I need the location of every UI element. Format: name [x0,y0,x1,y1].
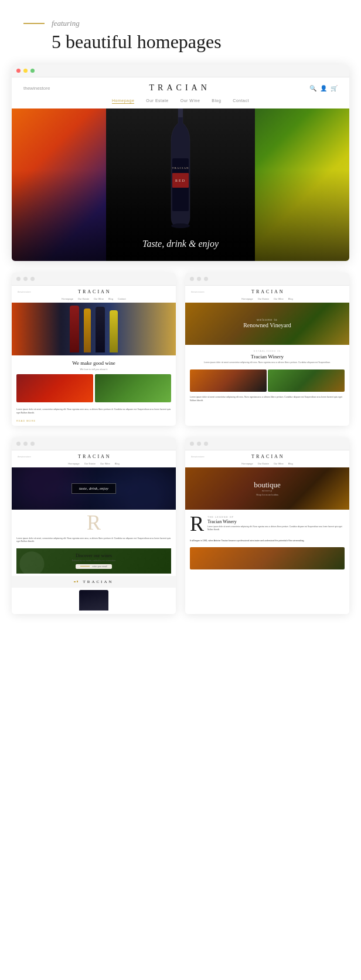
logo-2: TRACIAN [31,289,158,294]
nav2-estate[interactable]: Our Estate [78,297,89,300]
site-header-3: thewinestore TRACIAN [185,286,349,296]
m5-winery-label: the legend of [207,516,345,518]
m5-r-section: R the legend of Tracian Winery Lorem ips… [185,510,349,538]
tagline-3: thewinestore [191,290,205,293]
nav4-wine[interactable]: Our Wine [100,462,110,465]
mockups-grid-row2: thewinestore TRACIAN Homepage Our Estate… [12,438,349,614]
dot1 [16,277,21,281]
dot3 [30,277,35,281]
search-icon: 🔍 [309,85,316,91]
nav5-blog[interactable]: Blog [288,462,293,465]
featuring-label: featuring [52,19,80,28]
m3-hero-image: welcome to Renowned Vineyard [185,303,349,345]
m2-headline: We make good wine [12,355,176,368]
tagline-5: thewinestore [191,455,205,458]
m4-hero-overlay: taste, drink, enjoy [12,467,176,510]
dot1 [16,442,21,446]
hero-tagline: Taste, drink & enjoy [142,239,219,249]
logo-4: TRACIAN [31,454,158,459]
page-title: 5 beautiful homepages [52,30,338,53]
m2-text-block: Lorem ipsum dolor sit amet, consectetur … [12,406,176,417]
header-icons-1: 🔍 👤 🛒 [309,85,338,91]
mockup-3: thewinestore TRACIAN Homepage Our Estate… [185,273,349,425]
nav3-blog[interactable]: Blog [288,297,293,300]
svg-text:TRACIAN: TRACIAN [172,167,189,169]
nav-bar-3: Homepage Our Estate Our Wine Blog [185,296,349,303]
m2-wine-glass [16,374,93,402]
nav2-blog[interactable]: Blog [108,297,113,300]
m4-discover-sub: Defined by our estate, crafted by our wi… [21,559,166,562]
browser-bar-2 [12,273,176,286]
m5-winery-info: the legend of Tracian Winery Lorem ipsum… [207,513,345,531]
nav5-homepage[interactable]: Homepage [241,462,253,465]
nav-bar-5: Homepage Our Estate Our Wine Blog [185,461,349,467]
dot3 [204,442,208,446]
nav2-homepage[interactable]: Homepage [62,297,73,300]
m2-vineyard [95,374,172,402]
nav3-wine[interactable]: Our Wine [274,297,284,300]
nav-homepage[interactable]: Homepage [112,99,134,104]
cart-icon: 🛒 [331,85,338,91]
mockup-1: thewinestore TRACIAN 🔍 👤 🛒 Homepage Our … [12,65,349,261]
m5-boutique-title: boutique [254,480,281,490]
nav5-wine[interactable]: Our Wine [274,462,284,465]
m4-hero-image: taste, drink, enjoy [12,467,176,510]
site-logo-1: TRACIAN [50,83,309,93]
svg-point-5 [171,223,190,228]
logo-5: TRACIAN [205,454,332,459]
tagline-4: thewinestore [18,455,31,458]
site-header-5: thewinestore TRACIAN [185,450,349,461]
m3-hero-title: Renowned Vineyard [243,321,291,330]
dot3 [30,442,35,446]
m3-winery-label: established in [191,350,343,352]
m4-r-section: R [12,510,176,535]
nav4-homepage[interactable]: Homepage [68,462,80,465]
nav4-estate[interactable]: Our Estate [84,462,96,465]
m2-subline: We love to tell you about it [12,368,176,374]
m2-body-text: Lorem ipsum dolor sit amet, consectetur … [16,408,171,415]
mockups-container: thewinestore TRACIAN 🔍 👤 🛒 Homepage Our … [0,65,361,631]
m5-vineyard-image [190,547,345,569]
nav4-blog[interactable]: Blog [115,462,120,465]
m2-images-row [12,374,176,406]
nav3-homepage[interactable]: Homepage [241,297,253,300]
wine-bottle: TRACIAN RED [163,108,198,237]
nav-estate[interactable]: Our Estate [146,99,168,104]
svg-rect-0 [178,108,183,117]
site-tagline-1: thewinestore [23,86,50,91]
m4-bottle-label: taste, drink, enjoy [71,483,116,494]
m3-winery-section: established in Tracian Winery Lorem ipsu… [185,345,349,367]
nav-bar-2: Homepage Our Estate Our Wine Blog Contac… [12,296,176,303]
nav5-estate[interactable]: Our Estate [258,462,269,465]
mockup-2: thewinestore TRACIAN Homepage Our Estate… [12,273,176,425]
nav-blog[interactable]: Blog [212,99,221,104]
m5-winery-name: Tracian Winery [207,519,345,524]
page-header: featuring 5 beautiful homepages [0,0,361,65]
m5-boutique-sub: winery [254,489,281,492]
nav-contact[interactable]: Contact [233,99,249,104]
nav2-wine[interactable]: Our Wine [94,297,104,300]
m3-hero-overlay: welcome to Renowned Vineyard [185,303,349,345]
site-header-2: thewinestore TRACIAN [12,286,176,296]
m2-bottles-image [12,303,176,355]
m3-images-row [185,367,349,394]
nav-wine[interactable]: Our Wine [180,99,200,104]
nav-bar-4: Homepage Our Estate Our Wine Blog [12,461,176,467]
m3-hills1 [190,369,267,392]
dot2 [23,277,28,281]
mockups-grid-row1: thewinestore TRACIAN Homepage Our Estate… [12,273,349,425]
tagline-2: thewinestore [18,290,31,293]
m4-r-char: R [87,512,101,533]
m5-boutique-link[interactable]: Shop for more bottles [254,493,281,496]
browser-dot-expand [30,69,35,73]
dot2 [23,442,28,446]
m3-bottom-text: Lorem ipsum dolor sit amet consectetur a… [185,394,349,404]
browser-bar-4 [12,438,176,450]
nav2-contact[interactable]: Contact [118,297,126,300]
m2-read-more[interactable]: READ MORE [12,418,176,426]
user-icon: 👤 [320,85,327,91]
nav3-estate[interactable]: Our Estate [258,297,269,300]
browser-bar-3 [185,273,349,286]
browser-bar-1 [12,65,349,77]
svg-text:RED: RED [175,179,186,182]
